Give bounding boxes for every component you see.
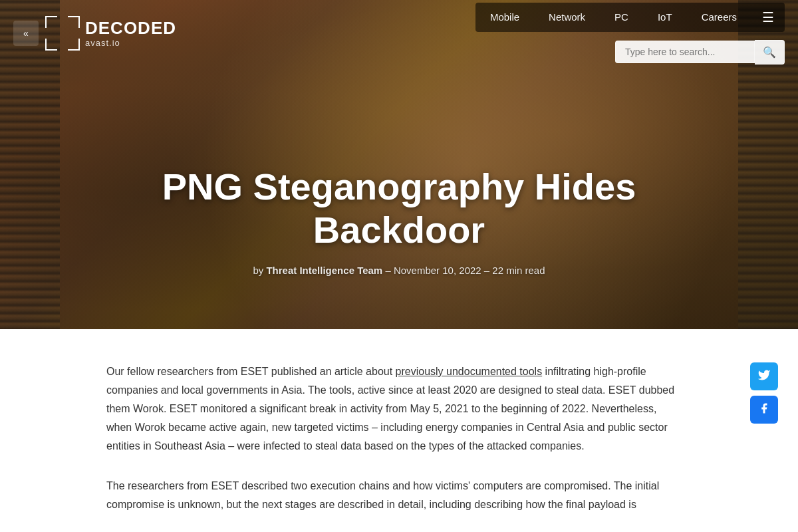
nav-item-iot[interactable]: IoT [643,5,687,29]
article-title: PNG Steganography Hides Backdoor [100,166,698,251]
logo-frame-icon [45,16,80,51]
twitter-share-button[interactable] [750,362,778,390]
search-button[interactable]: 🔍 [755,40,785,65]
facebook-share-button[interactable] [750,396,778,424]
meta-dash2: – [484,265,493,276]
nav-item-pc[interactable]: PC [600,5,643,29]
article-date: November 10, 2022 [394,265,481,276]
hamburger-icon: ☰ [762,9,774,25]
site-header: « DECODED avast.io Mobile Network PC [0,0,798,66]
article-paragraph-1: Our fellow researchers from ESET publish… [106,362,685,456]
article-meta: by Threat Intelligence Team – November 1… [0,265,798,276]
logo-domain: avast.io [85,38,176,48]
article-body: Our fellow researchers from ESET publish… [0,329,798,532]
nav-area: Mobile Network PC IoT Careers ☰ 🔍 [475,3,785,65]
logo-area: « DECODED avast.io [13,16,176,51]
logo-text: DECODED avast.io [85,19,176,48]
nav-item-network[interactable]: Network [534,5,600,29]
nav-item-careers[interactable]: Careers [687,5,751,29]
article-text: Our fellow researchers from ESET publish… [106,362,685,514]
meta-dash1: – [385,265,394,276]
logo-brand-name: DECODED [85,19,176,38]
search-area: 🔍 [615,40,785,65]
nav-item-mobile[interactable]: Mobile [475,5,534,29]
main-nav: Mobile Network PC IoT Careers ☰ [475,3,785,32]
logo: DECODED avast.io [45,16,176,51]
search-input[interactable] [615,41,755,63]
author-prefix: by [253,265,263,276]
article-read-time: 22 min read [492,265,545,276]
hamburger-menu-button[interactable]: ☰ [751,3,785,32]
collapse-icon: « [23,28,29,39]
social-sidebar [750,362,778,424]
twitter-icon [757,368,771,385]
article-author[interactable]: Threat Intelligence Team [266,265,382,276]
search-icon: 🔍 [763,47,776,58]
collapse-sidebar-button[interactable]: « [13,21,39,46]
article-paragraph-2: The researchers from ESET described two … [106,477,685,514]
hero-content: PNG Steganography Hides Backdoor by Thre… [0,166,798,276]
undocumented-tools-link[interactable]: previously undocumented tools [396,366,543,377]
facebook-icon [758,402,770,418]
